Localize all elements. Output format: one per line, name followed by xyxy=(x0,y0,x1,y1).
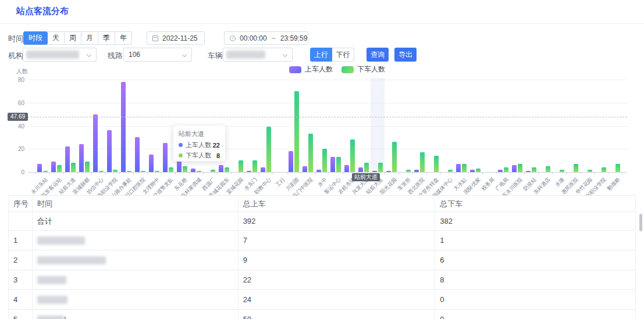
bar-up-国际优家[interactable] xyxy=(470,170,475,172)
vehicle-value-redacted xyxy=(226,51,265,59)
vehicle-select[interactable] xyxy=(223,48,293,62)
bar-down-水电职业学院[interactable] xyxy=(113,170,118,172)
time-tab-周[interactable]: 周 xyxy=(65,31,81,45)
bar-up-川口腔医院[interactable] xyxy=(135,137,140,172)
table-row[interactable]: 296 xyxy=(9,250,636,270)
bar-up-川剧团[interactable] xyxy=(289,151,293,172)
bar-down-广电局[interactable] xyxy=(504,167,508,172)
cell-no xyxy=(9,212,33,230)
bar-down-客运中心[interactable] xyxy=(336,157,341,172)
bar-down-文理附中[interactable] xyxy=(155,171,159,172)
bar-up-棠城花园东[interactable] xyxy=(219,165,223,172)
bar-down-东科家俱城[interactable] xyxy=(197,171,201,172)
bar-down-融媒体中心[interactable] xyxy=(448,170,453,172)
bar-down-水塘[interactable] xyxy=(560,170,564,172)
x-axis-tick xyxy=(231,172,232,174)
x-axis-tick xyxy=(385,172,385,174)
bar-down-川口腔医院[interactable] xyxy=(141,171,145,172)
bar-up-大水缸[interactable] xyxy=(456,164,461,172)
time-tab-月[interactable]: 月 xyxy=(81,31,98,45)
time-tab-季[interactable]: 季 xyxy=(98,31,115,45)
bar-down-交巡警支队[interactable] xyxy=(169,167,173,172)
bar-up-交巡警支队[interactable] xyxy=(163,143,168,172)
bar-down-阳光花园[interactable] xyxy=(392,142,397,172)
time-tab-年[interactable]: 年 xyxy=(115,31,132,45)
bar-up-中山路办事处[interactable] xyxy=(121,82,126,172)
time-tab-时段[interactable]: 时段 xyxy=(23,31,48,45)
bar-up-汽车客运站[interactable] xyxy=(51,162,56,172)
bar-up-阳光花园[interactable] xyxy=(386,171,391,172)
bar-up-文理附中[interactable] xyxy=(149,155,154,172)
bar-down-大水缸[interactable] xyxy=(462,164,467,172)
cell-total-down: 382 xyxy=(435,212,636,230)
bar-down-棠城花园[interactable] xyxy=(239,160,243,172)
bar-down-西源厂[interactable] xyxy=(211,170,215,172)
bar-down-科创职业学院[interactable] xyxy=(602,167,606,172)
route-select[interactable]: 106 xyxy=(123,48,192,62)
org-select[interactable] xyxy=(23,48,97,62)
bar-up-永川东站[interactable] xyxy=(37,164,42,172)
bar-up-永中[interactable] xyxy=(316,170,321,172)
bar-up-富城丽都[interactable] xyxy=(79,144,84,172)
time-range-picker[interactable]: 00:00:00 ~ 23:59:59 xyxy=(224,31,308,45)
bar-down-永中[interactable] xyxy=(322,149,327,172)
bar-down-鹅颈桥[interactable] xyxy=(615,164,620,172)
bar-down-东门中医院[interactable] xyxy=(308,134,313,172)
time-tab-天[interactable]: 天 xyxy=(48,31,65,45)
table-row[interactable]: 5)500 xyxy=(9,310,636,319)
bar-down-兴龙大道[interactable] xyxy=(364,163,369,172)
x-axis-tick xyxy=(245,172,245,174)
export-button[interactable]: 导出 xyxy=(394,48,417,62)
bar-down-西北医院[interactable] xyxy=(420,152,425,172)
bar-up-防疫站[interactable] xyxy=(526,171,531,172)
bar-down-站前大道[interactable] xyxy=(71,163,76,172)
x-label-鹅颈桥: 鹅颈桥 xyxy=(606,176,622,192)
bar-down-富城丽都[interactable] xyxy=(85,162,90,172)
bar-down-站前大道[interactable] xyxy=(378,163,383,172)
bar-down-东科酒店[interactable] xyxy=(546,166,550,172)
bar-up-兴龙大道[interactable] xyxy=(358,167,363,172)
table-row[interactable]: 3228 xyxy=(9,270,636,290)
bar-down-惠民医院[interactable] xyxy=(574,164,578,172)
bar-up-水东门[interactable] xyxy=(247,171,251,172)
bar-down-协信中心[interactable] xyxy=(99,171,104,172)
bar-down-职教中心[interactable] xyxy=(266,127,271,172)
bar-up-站前大道[interactable] xyxy=(372,171,377,172)
bar-up-广电局[interactable] xyxy=(498,170,503,172)
bar-up-农机市场[interactable] xyxy=(344,165,349,172)
table-row[interactable]: 4240 xyxy=(9,290,636,310)
bar-down-棠城花园东[interactable] xyxy=(225,167,229,172)
bar-up-东门中医院[interactable] xyxy=(303,166,307,172)
bar-down-水东门[interactable] xyxy=(252,160,257,172)
legend-item-上车人数[interactable]: 上车人数 xyxy=(289,64,333,74)
bar-down-汽车客运站[interactable] xyxy=(57,165,62,172)
direction-tab-上行[interactable]: 上行 xyxy=(310,48,332,62)
bar-up-水电职业学院[interactable] xyxy=(107,130,112,172)
bar-up-职教中心[interactable] xyxy=(261,167,265,172)
bar-down-东岳桥[interactable] xyxy=(183,166,187,172)
bar-down-中山路办事处[interactable] xyxy=(127,171,131,172)
table-summary-row: 合计392382 xyxy=(9,212,636,231)
direction-tab-下行[interactable]: 下行 xyxy=(332,48,354,62)
bar-down-重医永川医院[interactable] xyxy=(518,164,522,172)
bar-down-防疫站[interactable] xyxy=(532,167,536,172)
bar-up-站前大道[interactable] xyxy=(65,146,70,172)
bar-up-西北医院[interactable] xyxy=(414,170,419,172)
table-row[interactable]: 171 xyxy=(9,231,636,250)
bar-down-车管所[interactable] xyxy=(406,170,411,172)
bar-down-永川东站[interactable] xyxy=(43,171,48,172)
bar-down-交管所转盘[interactable] xyxy=(434,156,439,172)
bar-up-协信中心[interactable] xyxy=(93,114,98,172)
bar-down-农机市场[interactable] xyxy=(350,139,355,172)
bar-down-国际优家[interactable] xyxy=(476,169,481,172)
bar-up-重医永川医院[interactable] xyxy=(512,165,517,172)
query-button[interactable]: 查询 xyxy=(367,48,389,62)
bar-down-川剧团[interactable] xyxy=(294,91,299,172)
bar-up-客运中心[interactable] xyxy=(330,157,335,172)
legend-item-下车人数[interactable]: 下车人数 xyxy=(341,64,385,74)
vertical-scrollbar[interactable] xyxy=(639,214,642,231)
date-picker[interactable]: 2022-11-25 xyxy=(147,31,205,45)
bar-down-华竹花园[interactable] xyxy=(588,170,592,172)
date-value: 2022-11-25 xyxy=(162,34,198,42)
bar-up-东科家俱城[interactable] xyxy=(191,169,195,172)
